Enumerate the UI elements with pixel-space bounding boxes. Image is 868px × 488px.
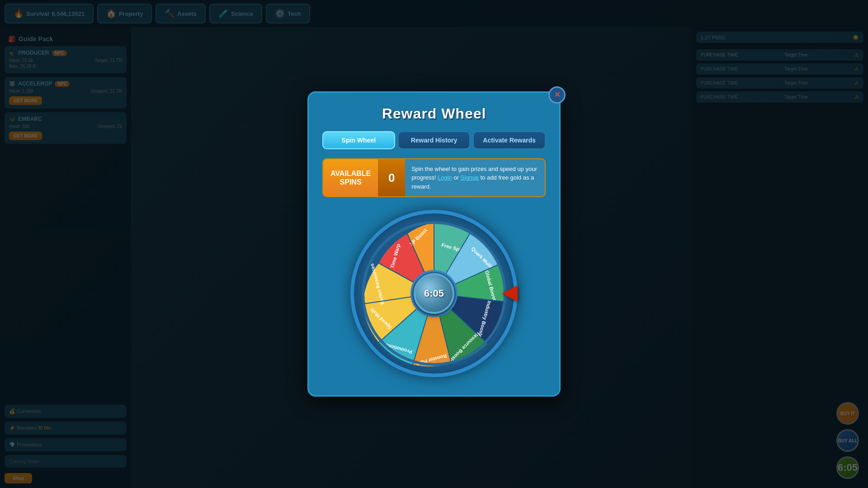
modal-close-button[interactable]: ✕ bbox=[548, 86, 566, 104]
wheel-container: Free Spins Quark Multi Global Booster In… bbox=[322, 205, 546, 382]
reward-wheel-modal: ✕ Reward Wheel Spin Wheel Reward History… bbox=[307, 91, 561, 397]
tab-spin-wheel[interactable]: Spin Wheel bbox=[322, 131, 395, 149]
tab-activate-rewards[interactable]: Activate Rewards bbox=[473, 131, 546, 149]
modal-tabs: Spin Wheel Reward History Activate Rewar… bbox=[322, 131, 546, 149]
modal-overlay: ✕ Reward Wheel Spin Wheel Reward History… bbox=[0, 0, 868, 488]
wheel-timer: 6:05 bbox=[414, 273, 454, 314]
login-link[interactable]: Login bbox=[438, 174, 452, 181]
wheel-pointer bbox=[502, 285, 518, 302]
tab-reward-history[interactable]: Reward History bbox=[398, 131, 471, 149]
wheel-outer: Free Spins Quark Multi Global Booster In… bbox=[350, 210, 518, 377]
spins-label: AVAILABLESPINS bbox=[323, 159, 378, 197]
spins-count: 0 bbox=[378, 159, 405, 197]
signup-link[interactable]: Signup bbox=[461, 174, 479, 181]
spins-row: AVAILABLESPINS 0 Spin the wheel to gain … bbox=[322, 158, 546, 198]
spins-description: Spin the wheel to gain prizes and speed … bbox=[405, 159, 545, 197]
modal-title: Reward Wheel bbox=[322, 105, 546, 122]
